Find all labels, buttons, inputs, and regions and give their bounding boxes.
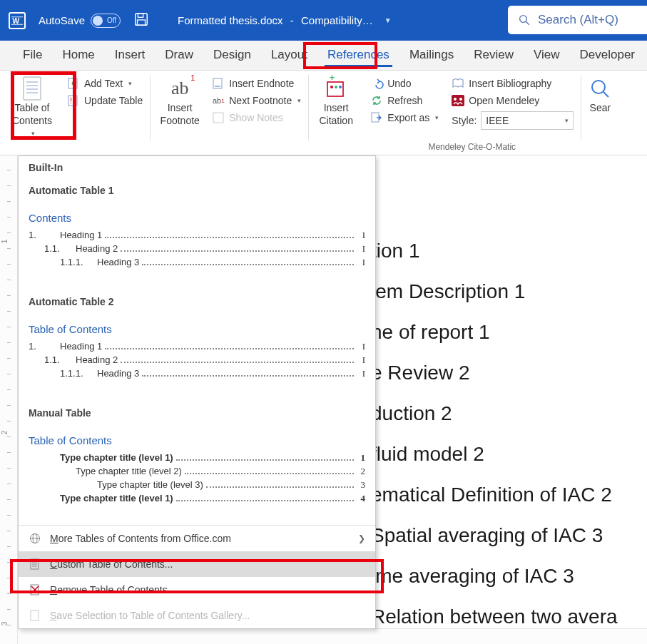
toc-remove-button[interactable]: Remove Table of Contents [19, 577, 375, 603]
toc-preview-line: 1.1.1.Heading 3I [29, 257, 365, 268]
toc-style-option[interactable]: Manual TableTable of ContentsType chapte… [19, 400, 375, 525]
svg-line-5 [526, 21, 529, 25]
chevron-down-icon[interactable]: ▾ [565, 117, 569, 124]
export-as-button[interactable]: Export as ▾ [367, 109, 442, 126]
document-line[interactable]: Spatial averaging of IAC 3 [371, 526, 647, 546]
svg-rect-3 [138, 19, 146, 24]
toc-preview-line: 1.Heading 1I [29, 341, 365, 352]
document-line[interactable]: lem Description 1 [371, 282, 647, 302]
insert-bibliography-label: Insert Bibliography [469, 78, 551, 89]
add-text-button[interactable]: + Add Text ▾ [64, 75, 146, 92]
document-line[interactable]: ime averaging of IAC 3 [371, 566, 647, 586]
word-app-icon: W [9, 12, 26, 29]
open-mendeley-button[interactable]: Open Mendeley [449, 92, 576, 109]
undo-button[interactable]: Undo [367, 75, 442, 92]
toc-custom-button[interactable]: Custom Table of Contents... [19, 551, 375, 577]
save-button[interactable] [133, 11, 149, 30]
save-gallery-icon [29, 609, 41, 622]
tab-mailings[interactable]: Mailings [399, 41, 464, 70]
tab-draw[interactable]: Draw [155, 41, 203, 70]
toc-preview-title: Contents [29, 212, 365, 224]
svg-point-20 [335, 86, 337, 88]
tab-view[interactable]: View [524, 41, 570, 70]
insert-endnote-button[interactable]: Insert Endnote [209, 75, 304, 92]
toc-style-option[interactable]: Automatic Table 1Contents1.Heading 1I1.1… [19, 178, 375, 289]
update-table-button[interactable]: ! Update Table [64, 92, 146, 109]
tab-insert[interactable]: Insert [105, 41, 156, 70]
toc-preview-line: Type chapter title (level 3)3 [29, 479, 365, 491]
tab-developer[interactable]: Developer [570, 41, 646, 70]
insert-footnote-line1: Insert [168, 102, 193, 113]
ribbon-tabs: FileHomeInsertDrawDesignLayoutReferences… [0, 41, 647, 71]
insert-citation-line1: Insert [324, 102, 349, 113]
tab-file[interactable]: File [13, 41, 52, 70]
table-of-contents-button[interactable]: Table of Contents ▾ [4, 75, 60, 142]
update-table-icon: ! [67, 94, 80, 107]
next-footnote-button[interactable]: ab1 Next Footnote ▾ [209, 92, 304, 109]
search-tools-button[interactable]: Sear [586, 75, 614, 142]
document-line[interactable]: tion 1 [371, 241, 647, 261]
toc-builtin-header: Built-In [19, 156, 375, 178]
toggle-state-label: Off [107, 16, 116, 24]
autosave-label: AutoSave [39, 14, 85, 26]
toc-preview-title: Table of Contents [29, 434, 365, 446]
toc-preview-line: Type chapter title (level 1)4 [29, 493, 365, 504]
insert-bibliography-button[interactable]: Insert Bibliography [449, 75, 576, 92]
refresh-button[interactable]: Refresh [367, 92, 442, 109]
document-title[interactable]: Formatted thesis.docx - Compatibility… ▼ [178, 14, 392, 26]
toc-save-selection-button: Save Selection to Table of Contents Gall… [19, 603, 375, 628]
toc-preview-title: Table of Contents [29, 323, 365, 335]
ribbon-group-footnotes: ab Insert Footnote Insert Endnote ab1 Ne… [151, 71, 308, 155]
title-bar: W AutoSave Off Formatted thesis.docx - C… [0, 0, 647, 41]
chevron-down-icon: ▾ [435, 114, 439, 121]
svg-point-25 [454, 98, 457, 101]
tab-layout[interactable]: Layout [261, 41, 317, 70]
add-text-label: Add Text [84, 78, 123, 89]
tab-review[interactable]: Review [464, 41, 524, 70]
next-footnote-icon: ab1 [212, 94, 225, 107]
insert-footnote-button[interactable]: ab Insert Footnote [155, 75, 205, 142]
toc-preview-line: 1.1.Heading 2I [29, 243, 365, 255]
document-body[interactable]: tion 1lem Description 1ne of report 1e R… [371, 241, 647, 644]
ribbon-group-research: Sear [581, 71, 618, 155]
ribbon-group-mendeley: Undo Refresh Export as ▾ Insert Bibliogr… [363, 71, 581, 155]
style-value: IEEE [486, 115, 509, 126]
globe-icon [29, 532, 41, 545]
show-notes-button: Show Notes [209, 109, 304, 126]
toc-more-label: ore Tables of Contents from Office.com [58, 533, 231, 544]
svg-rect-2 [138, 13, 143, 17]
toc-style-option[interactable]: Automatic Table 2Table of Contents1.Head… [19, 289, 375, 400]
document-icon [29, 558, 41, 571]
search-tools-label: Sear [590, 102, 611, 113]
search-box[interactable]: Search (Alt+Q) [508, 6, 647, 34]
autosave-toggle[interactable]: Off [91, 14, 121, 28]
horizontal-ruler [18, 628, 647, 644]
toc-more-office-button[interactable]: More Tables of Contents from Office.com … [19, 526, 375, 551]
remove-toc-icon [29, 583, 41, 596]
toc-preview-line: 1.1.1.Heading 3I [29, 368, 365, 379]
compatibility-mode-label: Compatibility… [301, 14, 373, 26]
document-line[interactable]: ematical Definition of IAC 2 [371, 485, 647, 505]
insert-footnote-line2: Footnote [161, 115, 200, 126]
svg-line-28 [603, 92, 608, 97]
chevron-down-icon: ▾ [31, 130, 35, 137]
document-line[interactable]: fluid model 2 [371, 444, 647, 464]
svg-point-4 [520, 16, 527, 23]
document-line[interactable]: ne of report 1 [371, 322, 647, 342]
svg-point-19 [330, 86, 333, 88]
toc-custom-label: ustom Table of Contents... [57, 558, 173, 570]
toc-button-line1: Table of [14, 102, 49, 113]
document-line[interactable]: Relation between two avera [371, 607, 647, 627]
tab-design[interactable]: Design [203, 41, 261, 70]
tab-references[interactable]: References [317, 41, 399, 70]
autosave-control[interactable]: AutoSave Off [39, 14, 121, 28]
chevron-down-icon[interactable]: ▼ [384, 16, 392, 24]
style-select[interactable]: IEEE ▾ [481, 111, 574, 130]
document-line[interactable]: duction 2 [371, 404, 647, 424]
tab-home[interactable]: Home [52, 41, 104, 70]
document-line[interactable]: e Review 2 [371, 363, 647, 383]
chevron-down-icon: ▾ [297, 97, 301, 104]
insert-citation-button[interactable]: + Insert Citation [313, 75, 359, 142]
toc-remove-label: emove Table of Contents [57, 584, 168, 596]
style-label: Style: [452, 115, 477, 126]
